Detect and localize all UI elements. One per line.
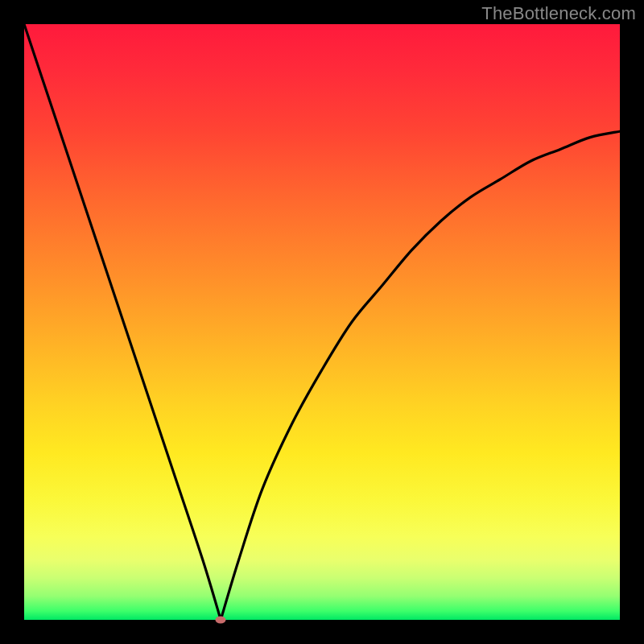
plot-area — [24, 24, 620, 620]
bottleneck-curve — [24, 24, 620, 620]
curve-svg — [24, 24, 620, 620]
watermark-text: TheBottleneck.com — [481, 3, 636, 24]
minimum-marker — [216, 617, 226, 624]
chart-frame: TheBottleneck.com — [0, 0, 644, 644]
